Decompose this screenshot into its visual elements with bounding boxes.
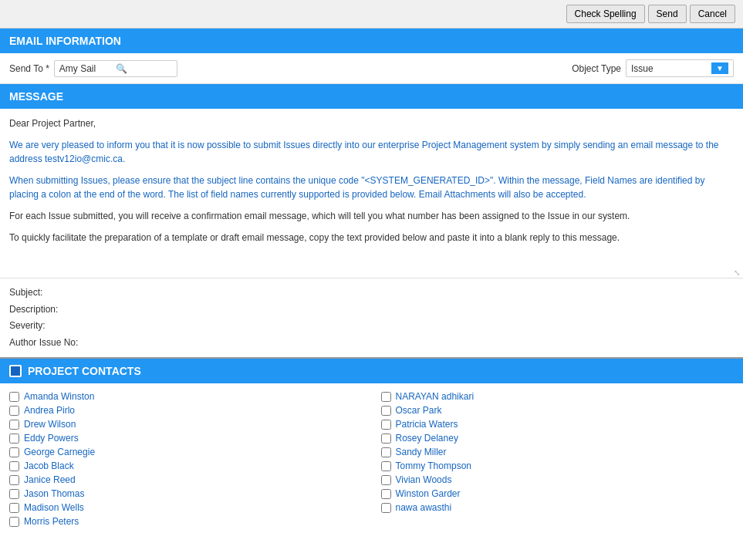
contact-checkbox[interactable]: [9, 489, 19, 499]
contact-name[interactable]: nawa awasthi: [396, 502, 452, 513]
contact-checkbox[interactable]: [381, 503, 391, 513]
contact-name[interactable]: Patricia Waters: [396, 419, 458, 430]
email-info-header: EMAIL INFORMATION: [0, 29, 743, 53]
contact-name[interactable]: Winston Garder: [396, 488, 461, 499]
send-to-group: Send To * Amy Sail 🔍: [9, 60, 177, 77]
email-info-row: Send To * Amy Sail 🔍 Object Type Issue ▼: [0, 53, 743, 84]
message-para1: Dear Project Partner,: [9, 116, 734, 130]
object-type-dropdown-button[interactable]: ▼: [711, 62, 728, 74]
list-item: Winston Garder: [381, 487, 735, 501]
list-item: Rosey Delaney: [381, 431, 735, 445]
contact-name[interactable]: Jacob Black: [24, 460, 74, 471]
contact-name[interactable]: George Carnegie: [24, 447, 95, 457]
list-item: Vivian Woods: [381, 473, 735, 487]
contact-checkbox[interactable]: [381, 461, 391, 471]
list-item: Patricia Waters: [381, 417, 735, 431]
list-item: NARAYAN adhikari: [381, 390, 735, 403]
fields-area: Subject: Description: Severity: Author I…: [0, 278, 743, 359]
list-item: Janice Reed: [9, 473, 363, 487]
contact-checkbox[interactable]: [381, 447, 391, 457]
contact-name[interactable]: Madison Wells: [24, 502, 84, 513]
contact-checkbox[interactable]: [381, 489, 391, 499]
contact-name[interactable]: Tommy Thompson: [396, 460, 471, 471]
list-item: Eddy Powers: [9, 431, 363, 445]
contact-checkbox[interactable]: [9, 420, 19, 430]
contact-name[interactable]: Eddy Powers: [24, 433, 79, 444]
contact-checkbox[interactable]: [9, 517, 19, 527]
send-to-input-wrapper[interactable]: Amy Sail 🔍: [54, 60, 177, 77]
list-item: Morris Peters: [9, 514, 363, 528]
cancel-button[interactable]: Cancel: [690, 5, 735, 23]
contact-checkbox[interactable]: [381, 475, 391, 485]
list-item: Jacob Black: [9, 459, 363, 473]
contacts-header-icon: [9, 365, 22, 377]
message-para2: We are very pleased to inform you that i…: [9, 138, 734, 166]
send-to-label: Send To *: [9, 63, 49, 74]
contact-name[interactable]: NARAYAN adhikari: [396, 391, 475, 402]
top-toolbar: Check Spelling Send Cancel: [0, 0, 743, 29]
contact-checkbox[interactable]: [381, 392, 391, 402]
contact-checkbox[interactable]: [9, 475, 19, 485]
contact-checkbox[interactable]: [381, 420, 391, 430]
list-item: Tommy Thompson: [381, 459, 735, 473]
message-para5: To quickly facilitate the preparation of…: [9, 231, 734, 245]
severity-field: Severity:: [9, 318, 734, 335]
list-item: Sandy Miller: [381, 445, 735, 459]
list-item: Drew Wilson: [9, 417, 363, 431]
list-item: George Carnegie: [9, 445, 363, 459]
list-item: Andrea Pirlo: [9, 403, 363, 417]
message-para3: When submitting Issues, please ensure th…: [9, 174, 734, 201]
contact-checkbox[interactable]: [381, 433, 391, 444]
contact-checkbox[interactable]: [9, 503, 19, 513]
contact-checkbox[interactable]: [9, 461, 19, 471]
contact-checkbox[interactable]: [9, 406, 19, 416]
list-item: Jason Thomas: [9, 487, 363, 501]
author-issue-no-field: Author Issue No:: [9, 335, 734, 352]
contact-checkbox[interactable]: [9, 392, 19, 402]
search-icon[interactable]: 🔍: [116, 63, 172, 74]
object-type-label: Object Type: [572, 63, 621, 74]
project-contacts-header: PROJECT CONTACTS: [0, 359, 743, 383]
contact-name[interactable]: Vivian Woods: [396, 474, 452, 485]
contact-name[interactable]: Amanda Winston: [24, 391, 94, 402]
resize-handle[interactable]: ⤡: [734, 268, 741, 276]
list-item: nawa awasthi: [381, 501, 735, 514]
contacts-left-col: Amanda Winston Andrea Pirlo Drew Wilson …: [0, 390, 372, 528]
send-to-value: Amy Sail: [59, 63, 116, 74]
contact-name[interactable]: Sandy Miller: [396, 447, 447, 457]
check-spelling-button[interactable]: Check Spelling: [566, 5, 645, 23]
contacts-right-col: NARAYAN adhikari Oscar Park Patricia Wat…: [372, 390, 744, 528]
email-info-title: EMAIL INFORMATION: [9, 35, 121, 47]
list-item: Madison Wells: [9, 501, 363, 514]
object-type-group: Object Type Issue ▼: [572, 59, 734, 77]
contact-name[interactable]: Oscar Park: [396, 405, 442, 416]
contact-checkbox[interactable]: [381, 406, 391, 416]
list-item: Oscar Park: [381, 403, 735, 417]
contact-name[interactable]: Rosey Delaney: [396, 433, 458, 444]
project-contacts-title: PROJECT CONTACTS: [28, 365, 141, 377]
contact-name[interactable]: Jason Thomas: [24, 488, 85, 499]
object-type-value: Issue: [631, 63, 654, 74]
contact-checkbox[interactable]: [9, 433, 19, 444]
contact-name[interactable]: Janice Reed: [24, 474, 76, 485]
send-button[interactable]: Send: [648, 5, 687, 23]
message-title: MESSAGE: [9, 90, 63, 103]
object-type-select[interactable]: Issue ▼: [626, 59, 734, 77]
message-body: Dear Project Partner, We are very please…: [0, 109, 743, 278]
contacts-body: Amanda Winston Andrea Pirlo Drew Wilson …: [0, 383, 743, 535]
message-para4: For each Issue submitted, you will recei…: [9, 209, 734, 223]
contact-name[interactable]: Drew Wilson: [24, 419, 76, 430]
description-field: Description:: [9, 302, 734, 319]
message-header: MESSAGE: [0, 84, 743, 109]
contact-checkbox[interactable]: [9, 447, 19, 457]
contact-name[interactable]: Morris Peters: [24, 516, 79, 527]
subject-field: Subject:: [9, 285, 734, 302]
contact-name[interactable]: Andrea Pirlo: [24, 405, 75, 416]
list-item: Amanda Winston: [9, 390, 363, 403]
